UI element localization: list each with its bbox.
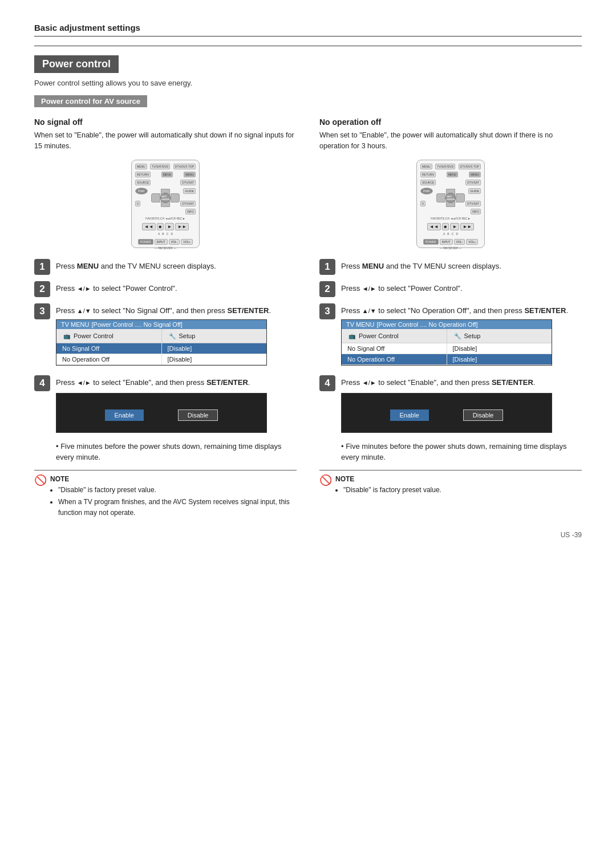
left-note-box: 🚫 NOTE "Disable" is factory preset value… (34, 470, 297, 520)
left-step-1: 1 Press MENU and the TV MENU screen disp… (34, 258, 297, 275)
r-step-text-3: Press ▲/▼ to select "No Operation Off", … (341, 303, 582, 317)
r-power-btn-bottom: POWER (423, 239, 439, 245)
r-dtv-dvs-top-btn: DTV/DVS TOP (459, 164, 481, 169)
right-steps: 1 Press MENU and the TV MENU screen disp… (319, 258, 582, 463)
r-stop-btn: ■ (442, 223, 449, 230)
input-btn: INPUT (155, 239, 168, 245)
disable-btn-left[interactable]: Disable (178, 409, 218, 421)
section-title: Power control (34, 55, 119, 73)
right-step-1: 1 Press MENU and the TV MENU screen disp… (319, 258, 582, 275)
step-3-content: Press ▲/▼ to select "No Signal Off", and… (56, 303, 297, 370)
r-step-text-4: Press ◄/► to select "Enable", and then p… (341, 375, 582, 388)
r-guide-btn: GUIDE (468, 188, 481, 194)
favorite-label: FAVORITE.CH ◄●VCR REC► (145, 217, 185, 220)
disable-btn-right[interactable]: Disable (463, 409, 504, 421)
right-step-2: 2 Press ◄/► to select "Power Control". (319, 281, 582, 297)
enable-btn-right[interactable]: Enable (390, 409, 429, 421)
step-num-4: 4 (34, 375, 50, 391)
r-step-text-1: Press MENU and the TV MENU screen displa… (341, 258, 582, 272)
dpad-left (151, 193, 160, 202)
right-note-box: 🚫 NOTE "Disable" is factory preset value… (319, 470, 582, 497)
menu-breadcrumb: [Power Control .... No Signal Off] (92, 321, 183, 328)
note-icon-left: 🚫 (34, 475, 47, 485)
menu-title-bar-left: TV MENU [Power Control .... No Signal Of… (56, 320, 266, 329)
menu-title-text: TV MENU (61, 321, 90, 328)
no-operation-row: No Operation Off [Disable] (56, 354, 266, 365)
r-pause-btn: II (420, 201, 425, 206)
r-info-btn: INFO (471, 209, 481, 214)
two-column-layout: No signal off When set to "Enable", the … (34, 117, 582, 520)
r-rewind-btn: ◄◄ (427, 223, 441, 230)
abcd-labels: A B C D (158, 232, 173, 236)
page-header-title: Basic adjustment settings (34, 23, 140, 33)
left-subheading: No signal off (34, 117, 297, 127)
step-num-3: 3 (34, 303, 50, 319)
r-tvsat-dvd-btn: TV/SAT/DVD (435, 164, 455, 169)
header-divider (34, 46, 582, 46)
play-btn: ► (165, 223, 174, 230)
left-step-4: 4 Press ◄/► to select "Enable", and then… (34, 375, 297, 463)
power-btn-bottom: POWER (138, 239, 153, 245)
page-number: US -39 (34, 531, 582, 539)
dpad-enter: SET/ENTER (160, 193, 171, 203)
left-step-2: 2 Press ◄/► to select "Power Control". (34, 281, 297, 297)
step-4-content: Press ◄/► to select "Enable", and then p… (56, 375, 297, 463)
r-step-num-4: 4 (319, 375, 335, 391)
r-no-operation-label: No Operation Off (342, 354, 447, 364)
left-intro: When set to "Enable", the power will aut… (34, 130, 297, 152)
step-num-2: 2 (34, 281, 50, 297)
r-step-3-content: Press ▲/▼ to select "No Operation Off", … (341, 303, 582, 370)
r-power-btn-left: PWR (420, 188, 433, 194)
power-control-cell: 📺 Power Control (56, 329, 162, 343)
left-column: No signal off When set to "Enable", the … (34, 117, 297, 520)
setup-cell: 🔧 Setup (162, 329, 267, 343)
tvsat-dvd-btn: TV/SAT/DVD (150, 164, 170, 169)
r-dpad-right (456, 193, 465, 202)
vol-up-btn: VOL+ (181, 239, 193, 245)
r-dpad-left (436, 193, 445, 202)
r-dtv-sat-btn: DTV/SAT (465, 180, 481, 185)
right-subheading: No operation off (319, 117, 582, 127)
stop-btn: ■ (157, 223, 164, 230)
r-vol-down-btn: VOL- (454, 239, 465, 245)
r-menu-btn2: MENU (447, 172, 459, 177)
five-min-note-left: • Five minutes before the power shuts do… (56, 439, 297, 463)
step-text-2: Press ◄/► to select "Power Control". (56, 281, 297, 294)
r-no-signal-value: [Disable] (447, 343, 552, 354)
r-favorite-label: FAVORITE.CH ◄●VCR REC► (431, 217, 471, 220)
vol-down-btn: VOL- (169, 239, 180, 245)
r-no-signal-row: No Signal Off [Disable] (342, 343, 552, 354)
no-operation-label: No Operation Off (56, 354, 162, 364)
r-receiver-label: — RECEIVER — (440, 246, 461, 250)
r-no-signal-label: No Signal Off (342, 343, 447, 354)
r-dpad-enter: SET/ENTER (445, 193, 456, 203)
return-btn: RETURN (135, 172, 151, 177)
r-step-num-3: 3 (319, 303, 335, 319)
subsection-title: Power control for AV source (34, 95, 147, 107)
r-menu-btn3: MENU (469, 172, 481, 177)
menu-btn3: MENU (184, 172, 196, 177)
r-play-btn: ► (450, 223, 459, 230)
section-intro: Power control setting allows you to save… (34, 79, 582, 87)
no-operation-value: [Disable] (162, 354, 267, 364)
left-step-3: 3 Press ▲/▼ to select "No Signal Off", a… (34, 303, 297, 370)
right-note-1: "Disable" is factory preset value. (343, 485, 441, 496)
r-no-operation-value: [Disable] (447, 354, 552, 364)
five-min-note-right: • Five minutes before the power shuts do… (341, 439, 582, 463)
right-enable-disable-box: Enable Disable (341, 393, 552, 433)
left-note-content: NOTE "Disable" is factory preset value. … (50, 474, 297, 520)
menu-body-left: 📺 Power Control 🔧 Setup No Signal Off (56, 329, 266, 365)
left-menu-screenshot-3: TV MENU [Power Control .... No Signal Of… (56, 319, 267, 366)
pause-btn: II (135, 201, 140, 206)
menu-header-row: 📺 Power Control 🔧 Setup (56, 329, 266, 343)
step-text-4: Press ◄/► to select "Enable", and then p… (56, 375, 297, 388)
r-menu-header-row: 📺 Power Control 🔧 Setup (342, 329, 552, 343)
info-btn: INFO (185, 209, 196, 214)
enable-btn-left[interactable]: Enable (105, 409, 144, 421)
r-dtv-sat-btn2: DTV/SAT (465, 201, 481, 206)
step-text-3: Press ▲/▼ to select "No Signal Off", and… (56, 303, 297, 317)
right-intro: When set to "Enable", the power will aut… (319, 130, 582, 152)
remote-control-right: MENU TV/SAT/DVD DTV/DVS TOP RETURN MENU … (416, 160, 485, 248)
note-icon-right: 🚫 (319, 475, 332, 485)
r-menu-body: 📺 Power Control 🔧 Setup No Signal Off (342, 329, 552, 365)
